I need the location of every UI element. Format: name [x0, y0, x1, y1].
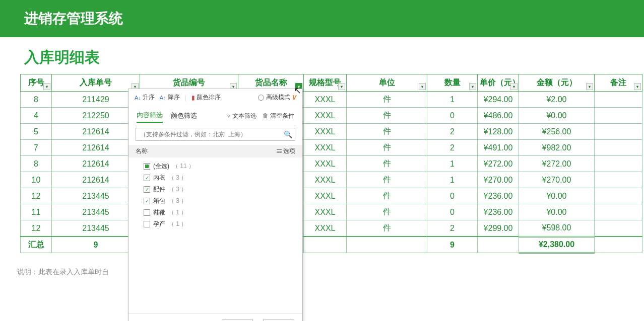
- cell-amount[interactable]: ¥0.00: [519, 108, 595, 124]
- cell-note[interactable]: [595, 172, 642, 188]
- cell-order[interactable]: 212250: [52, 108, 140, 124]
- cell-amount[interactable]: ¥272.00: [519, 156, 595, 172]
- cell-unit[interactable]: 件: [347, 156, 427, 172]
- cell-unit[interactable]: 件: [347, 124, 427, 140]
- cell-spec[interactable]: XXXL: [304, 140, 347, 156]
- cell-order[interactable]: 212614: [52, 140, 140, 156]
- cell-amount[interactable]: ¥270.00: [519, 172, 595, 188]
- text-filter-button[interactable]: ▿ 文本筛选: [227, 112, 256, 120]
- cell-spec[interactable]: XXXL: [304, 156, 347, 172]
- filter-dropdown-icon[interactable]: ▾: [338, 83, 345, 90]
- cell-amount[interactable]: ¥982.00: [519, 140, 595, 156]
- cell-note[interactable]: [595, 156, 642, 172]
- cell-seq[interactable]: 8: [21, 156, 52, 172]
- cell-qty[interactable]: 1: [427, 156, 478, 172]
- checkbox-icon[interactable]: ✓: [144, 186, 150, 193]
- filter-dropdown-icon[interactable]: ▾: [419, 83, 426, 90]
- cell-seq[interactable]: 7: [21, 140, 52, 156]
- checkbox-icon[interactable]: ✓: [144, 198, 150, 204]
- options-menu-button[interactable]: 选项: [277, 147, 295, 155]
- cell-amount[interactable]: ¥598.00: [519, 220, 595, 237]
- cell-qty[interactable]: 2: [427, 140, 478, 156]
- checkbox-icon[interactable]: [144, 209, 150, 216]
- filter-item-row[interactable]: 孕产（ 1 ）: [135, 218, 296, 230]
- cancel-button[interactable]: 取消: [263, 319, 294, 321]
- advanced-mode-toggle[interactable]: 高级模式 V: [258, 93, 296, 102]
- cell-unit[interactable]: 件: [347, 140, 427, 156]
- cell-note[interactable]: [595, 124, 642, 140]
- cell-qty[interactable]: 0: [427, 188, 478, 204]
- cell-seq[interactable]: 12: [21, 220, 52, 237]
- cell-spec[interactable]: XXXL: [304, 172, 347, 188]
- clear-conditions-button[interactable]: 🗑 清空条件: [263, 112, 294, 120]
- cell-qty[interactable]: 1: [427, 92, 478, 108]
- cell-unit[interactable]: 件: [347, 220, 427, 237]
- cell-qty[interactable]: 2: [427, 124, 478, 140]
- cell-order[interactable]: 213445: [52, 204, 140, 220]
- cell-note[interactable]: [595, 108, 642, 124]
- filter-item-row[interactable]: ✓箱包（ 3 ）: [135, 195, 296, 207]
- filter-dropdown-icon[interactable]: ▾: [469, 83, 476, 90]
- cell-price[interactable]: ¥294.00: [478, 92, 519, 108]
- cell-amount[interactable]: ¥0.00: [519, 188, 595, 204]
- cell-note[interactable]: [595, 204, 642, 220]
- cell-order[interactable]: 212614: [52, 124, 140, 140]
- cell-price[interactable]: ¥299.00: [478, 220, 519, 237]
- cell-spec[interactable]: XXXL: [304, 188, 347, 204]
- checkbox-icon[interactable]: ✓: [144, 175, 150, 181]
- cell-spec[interactable]: XXXL: [304, 204, 347, 220]
- cell-qty[interactable]: 1: [427, 172, 478, 188]
- tab-content-filter[interactable]: 内容筛选: [137, 109, 163, 123]
- filter-item-row[interactable]: 鞋靴（ 1 ）: [135, 207, 296, 218]
- sort-desc-button[interactable]: A↑降序: [160, 93, 180, 102]
- cell-note[interactable]: [595, 220, 642, 237]
- cell-seq[interactable]: 8: [21, 92, 52, 108]
- cell-price[interactable]: ¥128.00: [478, 124, 519, 140]
- cell-amount[interactable]: ¥2.00: [519, 92, 595, 108]
- cell-spec[interactable]: XXXL: [304, 124, 347, 140]
- cell-price[interactable]: ¥491.00: [478, 140, 519, 156]
- checkbox-partial-icon[interactable]: [144, 163, 150, 170]
- search-icon[interactable]: 🔍: [284, 130, 292, 138]
- cell-spec[interactable]: XXXL: [304, 92, 347, 108]
- filter-dropdown-icon[interactable]: ▾: [43, 83, 50, 90]
- cell-order[interactable]: 213445: [52, 188, 140, 204]
- filter-dropdown-icon[interactable]: ▾: [510, 83, 518, 90]
- filter-dropdown-icon[interactable]: ▾: [586, 83, 593, 90]
- cell-spec[interactable]: XXXL: [304, 220, 347, 237]
- cell-note[interactable]: [595, 188, 642, 204]
- cell-price[interactable]: ¥486.00: [478, 108, 519, 124]
- sort-asc-button[interactable]: A↓升序: [135, 93, 155, 102]
- cell-unit[interactable]: 件: [347, 92, 427, 108]
- cell-unit[interactable]: 件: [347, 188, 427, 204]
- cell-spec[interactable]: XXXL: [304, 108, 347, 124]
- cell-unit[interactable]: 件: [347, 172, 427, 188]
- cell-note[interactable]: [595, 92, 642, 108]
- cell-amount[interactable]: ¥256.00: [519, 124, 595, 140]
- cell-order[interactable]: 212614: [52, 172, 140, 188]
- filter-search-input[interactable]: [136, 128, 295, 141]
- filter-dropdown-icon[interactable]: ▾: [634, 83, 641, 90]
- cell-note[interactable]: [595, 140, 642, 156]
- cell-unit[interactable]: 件: [347, 108, 427, 124]
- ok-button[interactable]: 确定: [222, 319, 253, 321]
- cell-qty[interactable]: 0: [427, 204, 478, 220]
- cell-seq[interactable]: 10: [21, 172, 52, 188]
- cell-order[interactable]: 213445: [52, 220, 140, 237]
- cell-seq[interactable]: 5: [21, 124, 52, 140]
- cell-qty[interactable]: 0: [427, 108, 478, 124]
- cell-qty[interactable]: 2: [427, 220, 478, 237]
- select-all-row[interactable]: (全选) （ 11 ）: [135, 160, 296, 172]
- cell-price[interactable]: ¥236.00: [478, 204, 519, 220]
- cell-order[interactable]: 212614: [52, 156, 140, 172]
- filter-item-row[interactable]: ✓内衣（ 3 ）: [135, 172, 296, 184]
- cell-seq[interactable]: 4: [21, 108, 52, 124]
- tab-color-filter[interactable]: 颜色筛选: [171, 109, 197, 122]
- cell-price[interactable]: ¥270.00: [478, 172, 519, 188]
- filter-item-row[interactable]: ✓配件（ 3 ）: [135, 184, 296, 195]
- color-sort-button[interactable]: ▮颜色排序: [191, 93, 221, 102]
- checkbox-icon[interactable]: [144, 221, 150, 227]
- cell-seq[interactable]: 12: [21, 188, 52, 204]
- cell-price[interactable]: ¥236.00: [478, 188, 519, 204]
- cell-order[interactable]: 211429: [52, 92, 140, 108]
